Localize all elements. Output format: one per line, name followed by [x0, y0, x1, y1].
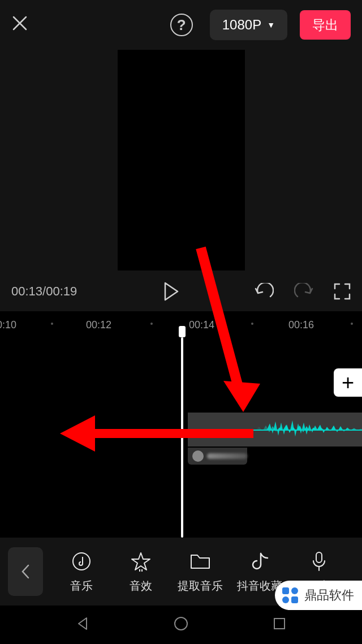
nav-back-icon[interactable] — [75, 616, 90, 633]
music-note-icon — [71, 550, 92, 573]
ruler-tick: 00:16 — [288, 319, 314, 331]
svg-point-2 — [73, 553, 90, 570]
video-preview[interactable] — [0, 50, 362, 272]
watermark: 鼎品软件 — [275, 581, 362, 610]
close-icon[interactable] — [11, 14, 28, 36]
annotation-arrow-left — [55, 411, 259, 456]
time-display: 00:13/00:19 — [11, 284, 77, 299]
redo-button[interactable] — [294, 283, 313, 300]
svg-rect-11 — [291, 596, 298, 603]
svg-line-0 — [201, 248, 240, 395]
chevron-down-icon: ▼ — [267, 20, 275, 29]
tool-sound-effect[interactable]: 音效 — [114, 550, 167, 594]
star-icon — [131, 550, 151, 573]
microphone-icon — [311, 550, 327, 573]
tool-music[interactable]: 音乐 — [54, 550, 108, 594]
ruler-tick: 00:12 — [86, 319, 111, 331]
back-button[interactable] — [8, 547, 43, 596]
help-icon[interactable]: ? — [170, 14, 193, 36]
svg-point-10 — [282, 596, 289, 603]
play-button[interactable] — [163, 282, 180, 301]
ruler-dot — [150, 323, 153, 325]
watermark-text: 鼎品软件 — [304, 587, 354, 604]
nav-home-icon[interactable] — [173, 616, 189, 634]
preview-canvas — [118, 50, 245, 271]
annotation-arrow-down — [184, 242, 263, 423]
fullscreen-button[interactable] — [334, 283, 351, 300]
svg-rect-5 — [316, 552, 322, 563]
svg-rect-7 — [274, 619, 285, 629]
export-button[interactable]: 导出 — [300, 10, 351, 40]
resolution-label: 1080P — [222, 17, 261, 33]
nav-recent-icon[interactable] — [272, 616, 287, 633]
tool-extract-music[interactable]: 提取音乐 — [173, 550, 227, 594]
system-nav-bar — [0, 606, 362, 644]
watermark-logo-icon — [281, 586, 300, 605]
svg-rect-8 — [282, 587, 289, 594]
svg-point-9 — [291, 587, 298, 594]
svg-point-6 — [175, 617, 187, 630]
ruler-dot — [51, 323, 53, 325]
timeline[interactable]: + — [0, 337, 362, 538]
ruler-dot — [351, 323, 353, 325]
folder-icon — [189, 550, 211, 573]
resolution-selector[interactable]: 1080P ▼ — [210, 10, 287, 40]
douyin-icon — [251, 550, 269, 573]
ruler-tick: 0:10 — [0, 319, 16, 331]
add-clip-button[interactable]: + — [334, 368, 362, 397]
